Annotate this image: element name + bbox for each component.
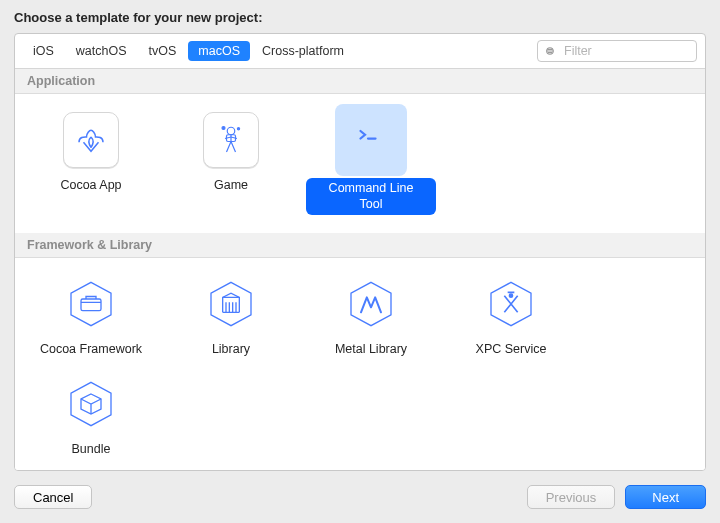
tab-ios[interactable]: iOS: [23, 41, 64, 61]
svg-point-6: [237, 128, 239, 130]
template-bundle[interactable]: Bundle: [21, 370, 161, 470]
page-title: Choose a template for your new project:: [0, 0, 720, 33]
section-application: Application Cocoa App Game: [15, 69, 705, 233]
previous-button[interactable]: Previous: [527, 485, 616, 509]
svg-marker-11: [211, 283, 251, 326]
chooser-panel: iOS watchOS tvOS macOS Cross-platform Ap…: [14, 33, 706, 471]
filter-field[interactable]: [537, 40, 697, 62]
tab-watchos[interactable]: watchOS: [66, 41, 137, 61]
template-game[interactable]: Game: [161, 106, 301, 227]
filter-input[interactable]: [562, 43, 690, 59]
template-xpc-service[interactable]: XPC Service: [441, 270, 581, 370]
template-label: XPC Service: [476, 342, 547, 358]
game-icon: [203, 112, 259, 168]
svg-point-5: [222, 127, 225, 130]
next-button[interactable]: Next: [625, 485, 706, 509]
template-label: Command Line Tool: [306, 178, 436, 215]
cocoa-framework-icon: [63, 276, 119, 332]
template-scroll[interactable]: Application Cocoa App Game: [15, 69, 705, 470]
template-label: Game: [214, 178, 248, 194]
section-application-grid: Cocoa App Game Command Line Tool: [15, 94, 705, 233]
template-label: Metal Library: [335, 342, 407, 358]
template-cocoa-framework[interactable]: Cocoa Framework: [21, 270, 161, 370]
tab-macos[interactable]: macOS: [188, 41, 250, 61]
section-framework-grid: Cocoa Framework Library Metal Library: [15, 258, 705, 470]
section-header-framework: Framework & Library: [15, 233, 705, 258]
svg-marker-12: [351, 283, 391, 326]
svg-point-14: [509, 294, 512, 297]
svg-marker-9: [71, 283, 111, 326]
template-cocoa-app[interactable]: Cocoa App: [21, 106, 161, 227]
template-label: Library: [212, 342, 250, 358]
template-chooser-window: Choose a template for your new project: …: [0, 0, 720, 523]
metal-library-icon: [343, 276, 399, 332]
section-header-application: Application: [15, 69, 705, 94]
template-label: Bundle: [72, 442, 111, 458]
cocoa-app-icon: [63, 112, 119, 168]
command-line-tool-icon: [343, 112, 399, 168]
template-label: Cocoa Framework: [40, 342, 142, 358]
footer: Cancel Previous Next: [0, 471, 720, 523]
template-metal-library[interactable]: Metal Library: [301, 270, 441, 370]
library-icon: [203, 276, 259, 332]
svg-point-4: [227, 127, 235, 135]
xpc-service-icon: [483, 276, 539, 332]
bundle-icon: [63, 376, 119, 432]
cancel-button[interactable]: Cancel: [14, 485, 92, 509]
tab-cross-platform[interactable]: Cross-platform: [252, 41, 354, 61]
template-command-line-tool[interactable]: Command Line Tool: [301, 106, 441, 227]
template-library[interactable]: Library: [161, 270, 301, 370]
section-framework: Framework & Library Cocoa Framework Libr…: [15, 233, 705, 470]
tab-tvos[interactable]: tvOS: [139, 41, 187, 61]
platform-tabbar: iOS watchOS tvOS macOS Cross-platform: [15, 34, 705, 69]
svg-rect-10: [81, 299, 101, 311]
template-label: Cocoa App: [60, 178, 121, 194]
filter-icon: [544, 45, 557, 58]
